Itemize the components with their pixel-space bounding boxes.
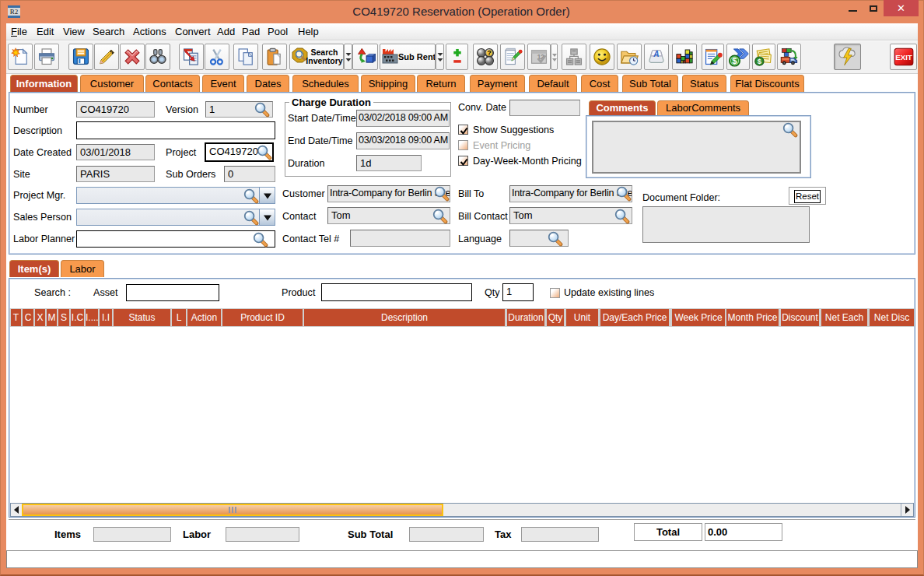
svg-text:Inventory: Inventory: [306, 56, 342, 65]
svg-text:EXIT: EXIT: [895, 53, 912, 61]
svg-text:$: $: [758, 57, 762, 65]
svg-text:Sub Rent: Sub Rent: [398, 52, 435, 61]
svg-text:$: $: [732, 56, 737, 65]
svg-text:A: A: [653, 50, 659, 58]
svg-text:?: ?: [487, 49, 491, 57]
svg-text:Search: Search: [310, 47, 338, 57]
